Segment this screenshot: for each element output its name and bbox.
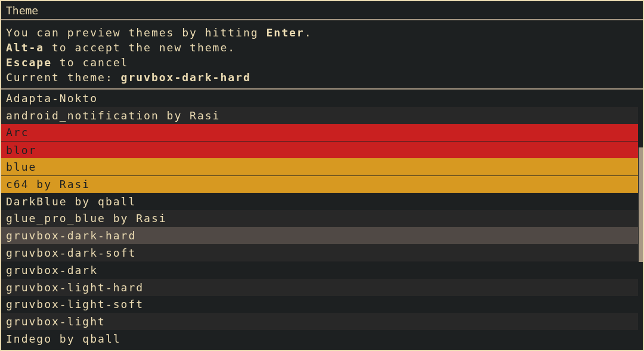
- theme-item[interactable]: blue: [1, 158, 638, 176]
- theme-item[interactable]: Indego by qball: [1, 330, 638, 347]
- window-title: Theme: [1, 1, 643, 20]
- theme-item[interactable]: gruvbox-light-hard: [1, 279, 638, 296]
- help-text: You can preview themes by hitting Enter.…: [1, 20, 643, 90]
- title-text: Theme: [6, 4, 38, 17]
- theme-item[interactable]: gruvbox-light: [1, 313, 638, 330]
- theme-item[interactable]: c64 by Rasi: [1, 176, 638, 193]
- theme-item[interactable]: gruvbox-dark-soft: [1, 244, 638, 261]
- theme-item[interactable]: android_notification by Rasi: [1, 107, 638, 124]
- help-line-preview: You can preview themes by hitting Enter.: [6, 25, 638, 40]
- escape-key: Escape: [6, 56, 52, 69]
- enter-key: Enter: [266, 26, 304, 39]
- theme-item[interactable]: gruvbox-dark: [1, 261, 638, 279]
- help-line-cancel: Escape to cancel: [6, 55, 638, 70]
- alt-a-key: Alt-a: [6, 41, 44, 54]
- current-theme-name: gruvbox-dark-hard: [121, 71, 251, 84]
- theme-item[interactable]: blor: [1, 141, 638, 158]
- theme-item[interactable]: glue_pro_blue by Rasi: [1, 210, 638, 227]
- help-line-current: Current theme: gruvbox-dark-hard: [6, 70, 638, 85]
- theme-list[interactable]: Adapta-Noktoandroid_notification by Rasi…: [1, 90, 643, 350]
- scrollbar-thumb[interactable]: [639, 147, 643, 262]
- theme-item[interactable]: DarkBlue by qball: [1, 193, 638, 210]
- theme-item[interactable]: Adapta-Nokto: [1, 90, 638, 107]
- theme-selector-window: Theme You can preview themes by hitting …: [1, 1, 643, 350]
- theme-item[interactable]: gruvbox-light-soft: [1, 296, 638, 313]
- theme-item[interactable]: Arc: [1, 124, 638, 141]
- theme-item[interactable]: gruvbox-dark-hard: [1, 227, 638, 244]
- help-line-accept: Alt-a to accept the new theme.: [6, 40, 638, 55]
